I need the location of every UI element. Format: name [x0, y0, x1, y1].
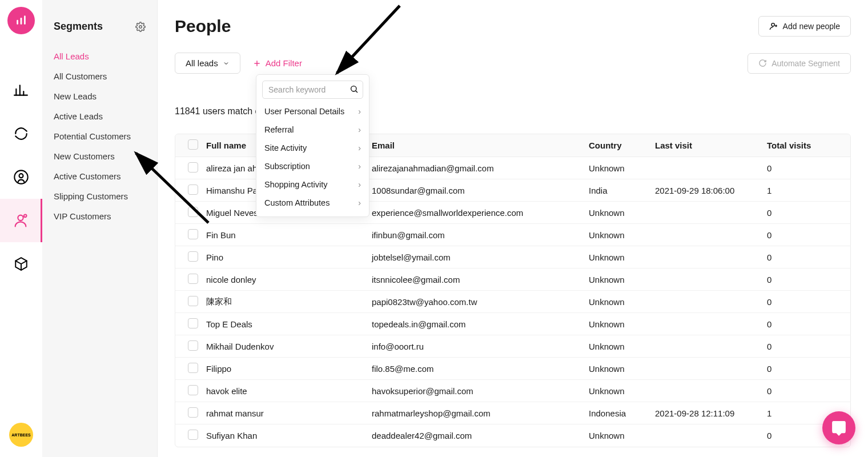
sidebar-item-all-customers[interactable]: All Customers [42, 66, 157, 86]
user-plus-icon [769, 22, 778, 31]
col-lastvisit[interactable]: Last visit [652, 141, 763, 150]
filter-category-referral[interactable]: Referral› [256, 121, 369, 139]
chevron-right-icon: › [358, 162, 361, 171]
filter-category-custom-attributes[interactable]: Custom Attributes› [256, 194, 369, 212]
cell-visits: 0 [763, 275, 851, 284]
cell-visits: 0 [763, 364, 851, 374]
cell-email: 1008sundar@gmail.com [368, 186, 585, 195]
sidebar-title: Segments [54, 21, 103, 33]
chevron-right-icon: › [358, 107, 361, 116]
cell-visits: 0 [763, 163, 851, 173]
cell-email: deaddealer42@gmail.com [368, 431, 585, 440]
svg-point-8 [19, 174, 23, 178]
table-row[interactable]: 陳家和papi0823tw@yahoo.com.twUnknown0 [175, 291, 850, 313]
refresh-icon [758, 59, 767, 67]
cell-lastvisit: 2021-09-29 18:06:00 [652, 186, 763, 195]
chat-icon [831, 420, 847, 436]
cell-visits: 1 [763, 186, 851, 195]
cell-email: itsnnicolee@gmail.com [368, 275, 585, 284]
plus-icon [253, 59, 261, 67]
chevron-right-icon: › [358, 180, 361, 189]
checkbox[interactable] [188, 407, 198, 418]
checkbox[interactable] [188, 251, 198, 262]
checkbox[interactable] [188, 340, 198, 351]
rail-sync[interactable] [0, 112, 42, 155]
search-icon [349, 85, 359, 94]
cell-lastvisit: 2021-09-28 12:11:09 [652, 408, 763, 418]
cell-email: ifinbun@gmail.com [368, 230, 585, 240]
sidebar-item-active-leads[interactable]: Active Leads [42, 106, 157, 126]
checkbox[interactable] [188, 318, 198, 328]
table-row[interactable]: Mikhail Dudenkovinfo@ooort.ruUnknown0 [175, 335, 850, 358]
cell-visits: 0 [763, 230, 851, 240]
table-row[interactable]: nicole donleyitsnnicolee@gmail.comUnknow… [175, 268, 850, 291]
sidebar-item-all-leads[interactable]: All Leads [42, 46, 157, 66]
cell-email: filo.85@me.com [368, 364, 585, 374]
cell-country: Unknown [585, 230, 652, 240]
main-content: People Add new people All leads Add Filt… [158, 0, 868, 457]
artbees-icon: ARTBEES [9, 423, 33, 447]
sidebar-item-new-leads[interactable]: New Leads [42, 86, 157, 106]
cell-name: Filippo [203, 364, 368, 374]
automate-segment-button[interactable]: Automate Segment [748, 53, 851, 74]
app-logo[interactable] [7, 7, 35, 34]
table-row[interactable]: rahmat mansurrahmatmarleyshop@gmail.comI… [175, 402, 850, 424]
rail-people[interactable] [0, 199, 42, 242]
cell-country: Unknown [585, 297, 652, 307]
rail-artbees[interactable]: ARTBEES [0, 423, 42, 447]
rail-crm[interactable] [0, 155, 42, 199]
gear-icon[interactable] [135, 22, 146, 32]
add-people-button[interactable]: Add new people [758, 16, 851, 37]
table-row[interactable]: Fin Bunifinbun@gmail.comUnknown0 [175, 224, 850, 246]
col-totalvisits[interactable]: Total visits [763, 141, 851, 150]
svg-line-18 [356, 91, 357, 93]
svg-point-9 [18, 215, 23, 221]
chevron-down-icon [223, 60, 230, 67]
cell-email: info@ooort.ru [368, 342, 585, 351]
cell-email: experience@smallworldexperience.com [368, 208, 585, 218]
cell-visits: 0 [763, 342, 851, 351]
filter-category-shopping-activity[interactable]: Shopping Activity› [256, 175, 369, 194]
cell-email: rahmatmarleyshop@gmail.com [368, 408, 585, 418]
checkbox[interactable] [188, 274, 198, 284]
table-row[interactable]: Top E Dealstopedeals.in@gmail.comUnknown… [175, 313, 850, 335]
chat-fab[interactable] [822, 411, 855, 444]
col-email[interactable]: Email [368, 141, 585, 150]
checkbox[interactable] [188, 363, 198, 373]
checkbox[interactable] [188, 296, 198, 306]
cell-name: Mikhail Dudenkov [203, 342, 368, 351]
cell-country: Unknown [585, 275, 652, 284]
cell-visits: 0 [763, 319, 851, 329]
cell-country: Unknown [585, 252, 652, 262]
cell-email: havoksuperior@gmail.com [368, 386, 585, 396]
segment-dropdown[interactable]: All leads [175, 53, 240, 74]
rail-analytics[interactable] [0, 69, 42, 112]
rail-package[interactable] [0, 242, 42, 286]
table-row[interactable]: Sufiyan Khandeaddealer42@gmail.comUnknow… [175, 424, 850, 447]
cell-country: Unknown [585, 163, 652, 173]
cell-name: 陳家和 [203, 296, 368, 307]
cell-visits: 0 [763, 208, 851, 218]
add-filter-button[interactable]: Add Filter [253, 58, 302, 68]
cell-visits: 0 [763, 386, 851, 396]
table-row[interactable]: havok elitehavoksuperior@gmail.comUnknow… [175, 380, 850, 402]
table-row[interactable]: Filippofilo.85@me.comUnknown0 [175, 358, 850, 380]
filter-category-site-activity[interactable]: Site Activity› [256, 139, 369, 157]
checkbox[interactable] [188, 385, 198, 395]
cell-name: Sufiyan Khan [203, 431, 368, 440]
checkbox[interactable] [188, 430, 198, 440]
filter-popover: User Personal Details›Referral›Site Acti… [256, 74, 369, 217]
svg-point-17 [351, 86, 356, 91]
col-country[interactable]: Country [585, 141, 652, 150]
filter-category-user-personal-details[interactable]: User Personal Details› [256, 102, 369, 121]
filter-category-subscription[interactable]: Subscription› [256, 157, 369, 175]
cell-name: Pino [203, 252, 368, 262]
cell-country: Unknown [585, 364, 652, 374]
table-row[interactable]: Pinojobtelsel@ymail.comUnknown0 [175, 246, 850, 268]
chevron-right-icon: › [358, 125, 361, 134]
automate-segment-label: Automate Segment [771, 59, 840, 68]
svg-point-10 [23, 215, 26, 218]
add-filter-label: Add Filter [266, 58, 302, 68]
cell-email: papi0823tw@yahoo.com.tw [368, 297, 585, 307]
chevron-right-icon: › [358, 143, 361, 153]
